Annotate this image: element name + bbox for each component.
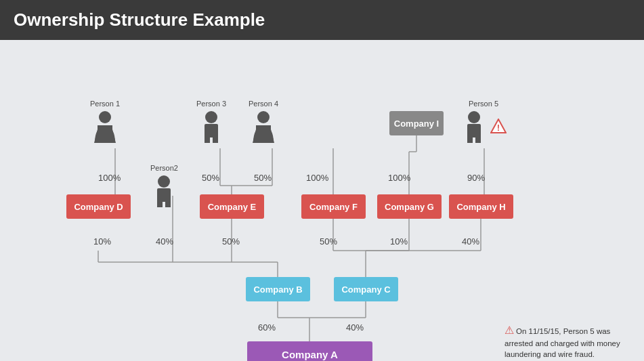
svg-rect-44 (467, 124, 481, 137)
svg-rect-33 (157, 188, 171, 202)
pct-companyI: 100% (388, 173, 410, 183)
person3: Person 3 (196, 100, 226, 143)
person4-icon (250, 110, 277, 143)
person1: Person 1 (90, 100, 120, 143)
svg-rect-46 (475, 136, 481, 143)
person2-icon (150, 175, 177, 207)
page-title: Ownership Structure Example (0, 0, 644, 40)
pct-f: 50% (320, 236, 337, 247)
svg-marker-31 (94, 129, 116, 143)
pct-g: 10% (390, 236, 408, 247)
svg-point-32 (158, 175, 170, 188)
svg-point-43 (468, 111, 480, 123)
company-b: Company B (246, 277, 310, 301)
pct-person5: 90% (467, 173, 485, 183)
pct-person3: 50% (202, 173, 219, 183)
pct-h: 40% (462, 236, 479, 247)
person1-label: Person 1 (90, 100, 120, 108)
pct-b: 60% (258, 322, 276, 333)
main-content: Person 1 Person2 Person 3 Pers (0, 40, 644, 358)
note-box: ⚠On 11/15/15, Person 5 was arrested and … (505, 323, 623, 361)
svg-rect-38 (205, 136, 210, 143)
pct-e: 50% (222, 236, 240, 247)
pct-person4-f: 100% (306, 173, 328, 183)
pct-person2: 40% (156, 236, 173, 247)
person4-label: Person 4 (249, 100, 278, 108)
person1-icon (91, 110, 119, 143)
company-i: Company I (389, 111, 444, 135)
svg-text:!: ! (497, 123, 500, 133)
company-e: Company E (200, 194, 264, 219)
person3-label: Person 3 (196, 100, 226, 108)
company-c: Company C (334, 277, 398, 301)
svg-rect-37 (205, 124, 218, 137)
pct-person4: 50% (254, 173, 272, 183)
company-d: Company D (66, 194, 131, 219)
pct-d: 10% (93, 236, 111, 247)
note-warning-icon: ⚠ (505, 324, 514, 336)
svg-point-36 (205, 111, 217, 123)
company-h: Company H (449, 194, 513, 219)
svg-rect-45 (467, 136, 473, 143)
company-f: Company F (301, 194, 366, 219)
company-a: Company A (247, 341, 372, 361)
pct-person1: 100% (98, 173, 121, 183)
company-g: Company G (377, 194, 442, 219)
svg-rect-35 (165, 200, 171, 207)
person3-icon (198, 110, 225, 143)
pct-c: 40% (346, 322, 364, 333)
note-text: On 11/15/15, Person 5 was arrested and c… (505, 327, 620, 358)
person4: Person 4 (249, 100, 278, 143)
person5-label: Person 5 (469, 100, 498, 108)
person5: Person 5 ! (460, 100, 507, 143)
person5-icon (460, 110, 488, 143)
person5-warning-icon: ! (490, 119, 507, 133)
svg-rect-34 (157, 200, 163, 207)
svg-point-40 (257, 111, 270, 123)
svg-rect-39 (213, 136, 218, 143)
header: Ownership Structure Example (0, 0, 644, 40)
person2-label: Person2 (150, 164, 178, 172)
svg-point-29 (99, 111, 111, 123)
person2: Person2 (150, 164, 178, 207)
svg-marker-42 (253, 129, 274, 143)
